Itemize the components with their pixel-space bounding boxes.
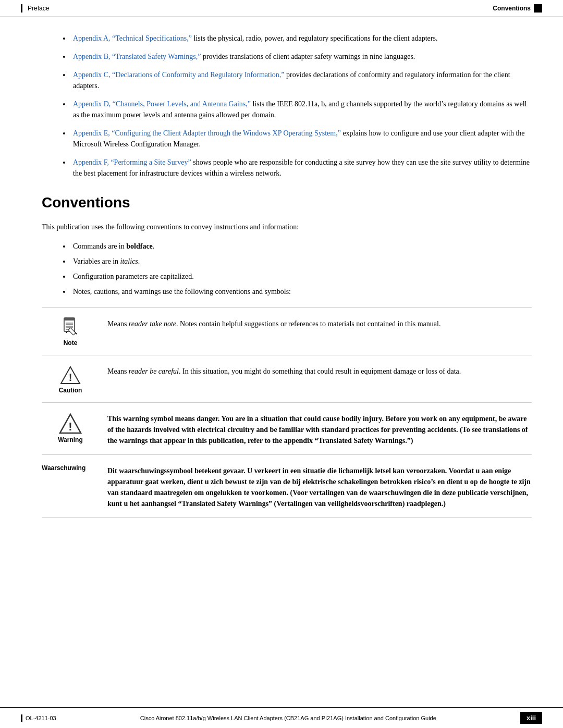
- waarschuwing-icon-col: Waarschuwing: [42, 463, 99, 472]
- appendix-e-link[interactable]: Appendix E, “Configuring the Client Adap…: [73, 129, 341, 137]
- main-content: Appendix A, “Technical Specifications,” …: [0, 17, 563, 534]
- warning-text: This warning symbol means danger. You ar…: [99, 411, 532, 446]
- header-right: Conventions: [493, 4, 542, 13]
- conventions-list: Commands are in boldface. Variables are …: [42, 241, 532, 297]
- footer-left-bar: [21, 714, 22, 722]
- list-item: Configuration parameters are capitalized…: [73, 271, 532, 282]
- warning-label: Warning: [58, 436, 83, 443]
- caution-icon: !: [60, 366, 81, 385]
- waarschuwing-body: Dit waarschuwingssymbool betekent gevaar…: [107, 467, 531, 508]
- note-icon-svg: [60, 316, 81, 337]
- list-item: Appendix A, “Technical Specifications,” …: [73, 33, 532, 44]
- list-item: Appendix B, “Translated Safety Warnings,…: [73, 51, 532, 62]
- header-left: Preface: [21, 4, 49, 13]
- caution-body: Means reader be careful. In this situati…: [107, 367, 461, 375]
- appendix-list: Appendix A, “Technical Specifications,” …: [42, 33, 532, 179]
- conventions-heading: Conventions: [42, 194, 532, 211]
- list-item: Variables are in italics.: [73, 256, 532, 267]
- header-conventions-label: Conventions: [493, 5, 531, 12]
- list-item: Appendix E, “Configuring the Client Adap…: [73, 128, 532, 150]
- notes-text-label: Notes, cautions, and warnings use the fo…: [73, 288, 291, 295]
- warning-row: ! Warning This warning symbol means dang…: [42, 402, 532, 454]
- appendix-b-link[interactable]: Appendix B, “Translated Safety Warnings,…: [73, 53, 201, 60]
- conventions-intro: This publication uses the following conv…: [42, 221, 532, 232]
- caution-icon-col: ! Caution: [42, 364, 99, 394]
- page-footer: OL-4211-03 Cisco Aironet 802.11a/b/g Wir…: [0, 707, 563, 728]
- note-body: Means reader take note. Notes contain he…: [107, 320, 440, 328]
- footer-doc-number: OL-4211-03: [26, 715, 56, 721]
- note-text: Means reader take note. Notes contain he…: [99, 316, 532, 329]
- appendix-b-text: provides translations of client adapter …: [203, 53, 415, 60]
- svg-text:!: !: [68, 420, 72, 433]
- header-right-bar: [534, 4, 542, 13]
- appendix-c-link[interactable]: Appendix C, “Declarations of Conformity …: [73, 71, 285, 79]
- list-item: Appendix D, “Channels, Power Levels, and…: [73, 98, 532, 120]
- page-container: Preface Conventions Appendix A, “Technic…: [0, 0, 563, 728]
- list-item: Appendix F, “Performing a Site Survey” s…: [73, 157, 532, 179]
- footer-left: OL-4211-03: [21, 714, 56, 722]
- warning-icon: !: [59, 413, 82, 434]
- warning-icon-col: ! Warning: [42, 411, 99, 443]
- footer-center: Cisco Aironet 802.11a/b/g Wireless LAN C…: [56, 715, 520, 721]
- waarschuwing-row: Waarschuwing Dit waarschuwingssymbool be…: [42, 454, 532, 518]
- header-left-bar: [21, 4, 22, 13]
- header-preface-label: Preface: [28, 5, 49, 12]
- appendix-a-text: lists the physical, radio, power, and re…: [194, 34, 438, 42]
- caps-text-label: Configuration parameters are capitalized…: [73, 273, 194, 280]
- waarschuwing-label: Waarschuwing: [42, 464, 85, 472]
- list-item: Notes, cautions, and warnings use the fo…: [73, 286, 532, 297]
- note-row: Note Means reader take note. Notes conta…: [42, 307, 532, 355]
- svg-text:!: !: [69, 372, 72, 383]
- caution-text: Means reader be careful. In this situati…: [99, 364, 532, 377]
- appendix-f-link[interactable]: Appendix F, “Performing a Site Survey”: [73, 158, 191, 166]
- list-item: Commands are in boldface.: [73, 241, 532, 252]
- note-icon-col: Note: [42, 316, 99, 347]
- footer-page-number: xiii: [520, 712, 542, 724]
- list-item: Appendix C, “Declarations of Conformity …: [73, 69, 532, 91]
- italic-text-label: Variables are in italics.: [73, 257, 140, 265]
- appendix-a-link[interactable]: Appendix A, “Technical Specifications,”: [73, 34, 192, 42]
- svg-rect-10: [64, 318, 75, 320]
- appendix-d-link[interactable]: Appendix D, “Channels, Power Levels, and…: [73, 100, 251, 108]
- page-header: Preface Conventions: [0, 0, 563, 17]
- note-label: Note: [64, 339, 78, 347]
- caution-row: ! Caution Means reader be careful. In th…: [42, 355, 532, 402]
- bold-text-label: Commands are in boldface.: [73, 242, 154, 250]
- warning-body: This warning symbol means danger. You ar…: [107, 415, 528, 445]
- waarschuwing-text-col: Dit waarschuwingssymbool betekent gevaar…: [99, 463, 532, 509]
- caution-label: Caution: [59, 387, 82, 394]
